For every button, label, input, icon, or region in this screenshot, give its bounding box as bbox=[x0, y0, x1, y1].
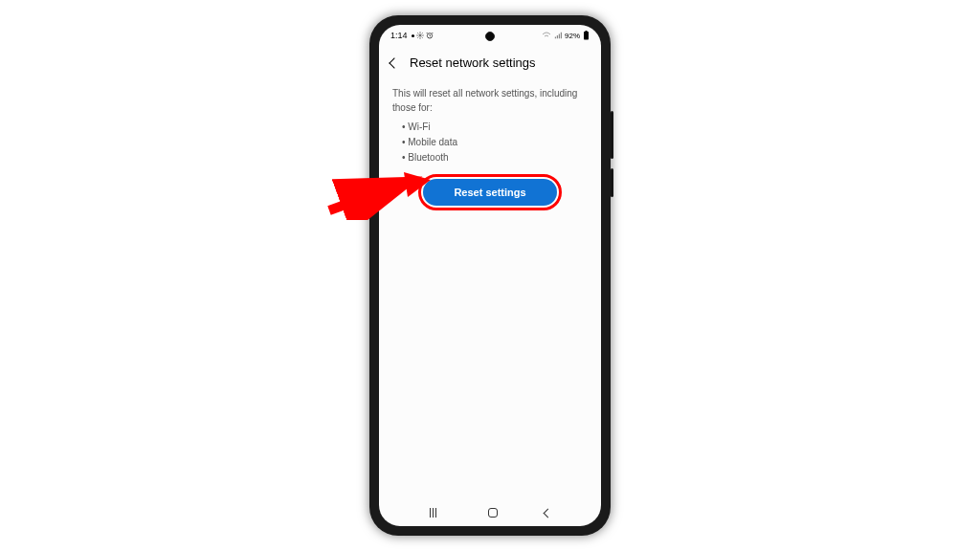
status-time: 1:14 bbox=[390, 31, 408, 40]
page-title: Reset network settings bbox=[410, 55, 536, 70]
battery-percentage: 92% bbox=[565, 32, 580, 40]
svg-rect-2 bbox=[584, 32, 589, 40]
battery-icon bbox=[583, 31, 590, 40]
phone-frame: 1:14 92% Reset network settings This wil… bbox=[369, 15, 611, 536]
phone-screen: 1:14 92% Reset network settings This wil… bbox=[379, 25, 601, 526]
list-item: Mobile data bbox=[402, 135, 588, 150]
reset-description: This will reset all network settings, in… bbox=[379, 81, 601, 117]
status-notification-icons bbox=[412, 32, 434, 39]
reset-items-list: Wi-Fi Mobile data Bluetooth bbox=[379, 117, 601, 165]
nav-recent-icon[interactable] bbox=[430, 508, 441, 518]
power-button bbox=[611, 168, 613, 197]
notification-dot-icon bbox=[412, 34, 414, 37]
volume-button bbox=[611, 111, 613, 159]
list-item: Wi-Fi bbox=[402, 120, 588, 135]
reset-settings-button[interactable]: Reset settings bbox=[423, 179, 557, 206]
nav-home-icon[interactable] bbox=[488, 508, 498, 518]
list-item: Bluetooth bbox=[402, 150, 588, 165]
alarm-icon bbox=[426, 32, 434, 39]
navigation-bar bbox=[379, 499, 601, 526]
back-chevron-icon[interactable] bbox=[389, 57, 399, 68]
wifi-icon bbox=[542, 32, 551, 39]
settings-gear-icon bbox=[416, 32, 424, 39]
camera-hole bbox=[485, 32, 495, 41]
signal-icon bbox=[554, 32, 562, 39]
svg-rect-3 bbox=[586, 31, 588, 32]
page-header: Reset network settings bbox=[379, 46, 601, 81]
nav-back-icon[interactable] bbox=[543, 508, 552, 518]
svg-point-0 bbox=[419, 34, 421, 36]
